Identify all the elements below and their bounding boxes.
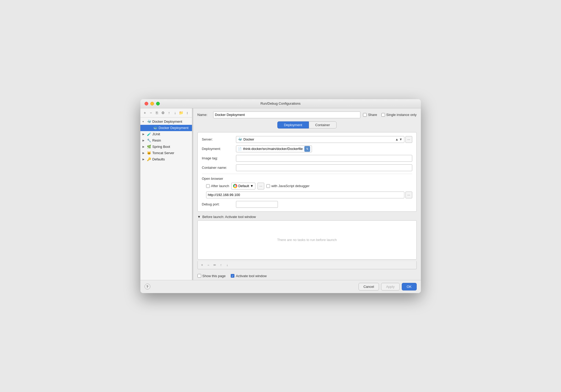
container-name-input[interactable] [236,164,412,171]
footer-left: ? [145,284,150,289]
bottom-checks: Show this page ✓ Activate tool window [197,272,417,280]
task-down-button[interactable]: ↓ [224,262,230,268]
image-tag-input[interactable] [236,155,412,162]
server-row: Server: 🐳 Docker ▲ ▼ ··· [202,136,412,143]
single-instance-label: Single instance only [386,113,417,117]
file-icon: 📄 [238,147,242,151]
name-input[interactable] [213,111,361,118]
sidebar-item-label: Spring Boot [152,145,170,149]
cancel-button[interactable]: Cancel [359,283,379,290]
empty-tasks-label: There are no tasks to run before launch [277,238,337,242]
image-tag-label: Image tag: [202,156,236,160]
sort-button[interactable]: ↕ [185,110,190,116]
image-tag-row: Image tag: [202,155,412,162]
url-row: ··· [202,192,412,198]
browser-select[interactable]: Default ▼ [231,183,255,189]
defaults-icon: 🔑 [147,157,151,162]
move-down-button[interactable]: ↓ [173,110,178,116]
container-name-label: Container name: [202,166,236,170]
edit-task-button[interactable]: ✏ [212,262,218,268]
container-name-row: Container name: [202,164,412,171]
image-tag-control [236,155,412,162]
remove-config-button[interactable]: − [148,110,153,116]
sidebar-item-resin[interactable]: ▶ 🔧 Resin [140,137,192,144]
sidebar-item-label: Tomcat Server [152,151,174,155]
main-content: + − ⎘ ⚙ ↑ ↓ 📁 ↕ ▾ 🐳 Docker Deployment [140,108,421,280]
server-arrow[interactable]: ▲ ▼ [395,137,403,141]
main-window: Run/Debug Configurations + − ⎘ ⚙ ↑ ↓ 📁 ↕… [140,99,421,293]
js-debugger-checkbox[interactable] [266,184,270,188]
before-launch-toolbar: + − ✏ ↑ ↓ [197,261,417,269]
sidebar-item-defaults[interactable]: ▶ 🔑 Defaults [140,156,192,163]
resin-icon: 🔧 [147,138,151,143]
traffic-lights [145,102,160,105]
add-task-button[interactable]: + [199,262,205,268]
footer: ? Cancel Apply OK [140,280,421,293]
settings-config-button[interactable]: ⚙ [161,110,166,116]
activate-window-checkbox-label[interactable]: ✓ Activate tool window [231,274,267,278]
junit-icon: 🧪 [147,132,151,137]
sidebar-item-label: JUnit [152,132,160,136]
help-button[interactable]: ? [145,284,150,289]
share-area: Share Single instance only [363,113,416,117]
share-checkbox-label[interactable]: Share [363,113,377,117]
chrome-icon [233,184,237,188]
sidebar-item-docker-deployment-parent[interactable]: ▾ 🐳 Docker Deployment [140,119,192,125]
show-page-checkbox[interactable] [197,274,201,278]
right-panel: Name: Share Single instance only Deploym… [193,108,421,280]
browser-more-button[interactable]: ··· [257,183,264,189]
after-launch-checkbox-label[interactable]: After launch [206,184,229,188]
single-instance-checkbox[interactable] [381,113,385,117]
minimize-button[interactable] [150,102,154,105]
activate-window-checkbox-checked: ✓ [231,274,234,278]
chevron-up-down-icon: ⇅ [306,147,308,150]
close-button[interactable] [145,102,148,105]
ok-button[interactable]: OK [402,283,417,290]
sidebar-item-label: Resin [152,138,161,142]
sidebar-toolbar: + − ⎘ ⚙ ↑ ↓ 📁 ↕ [140,108,192,117]
chevron-up-icon: ▲ [395,137,399,141]
url-more-button[interactable]: ··· [405,192,412,198]
single-instance-checkbox-label[interactable]: Single instance only [381,113,417,117]
tab-deployment[interactable]: Deployment [277,121,309,128]
expand-icon: ▶ [142,158,147,161]
sidebar-item-spring-boot[interactable]: ▶ 🌿 Spring Boot [140,144,192,150]
expand-icon: ▾ [142,120,147,123]
task-up-button[interactable]: ↑ [218,262,224,268]
open-browser-row: After launch Default ▼ ··· with JavaScri… [202,183,412,189]
spring-boot-icon: 🌿 [147,144,151,149]
expand-icon: ▶ [142,139,147,142]
sidebar-item-label: Docker Deployment [159,126,189,130]
js-debugger-checkbox-label[interactable]: with JavaScript debugger [266,184,310,188]
url-input[interactable] [206,192,404,198]
tab-container[interactable]: Container [309,121,337,128]
apply-button[interactable]: Apply [381,283,400,290]
server-more-button[interactable]: ··· [405,136,412,143]
sidebar-item-docker-deployment-child[interactable]: 🐳 Docker Deployment [140,125,192,131]
deployment-arrow-btn[interactable]: ⇅ [304,146,310,152]
sidebar: + − ⎘ ⚙ ↑ ↓ 📁 ↕ ▾ 🐳 Docker Deployment [140,108,192,280]
docker-parent-icon: 🐳 [147,119,151,124]
activate-window-label: Activate tool window [236,274,267,278]
expand-icon: ▶ [142,152,147,154]
debug-port-input[interactable] [236,201,278,208]
sidebar-item-tomcat-server[interactable]: ▶ 🐱 Tomcat Server [140,150,192,156]
container-name-control [236,164,412,171]
before-launch-header[interactable]: ▼ Before launch: Activate tool window [197,215,417,219]
copy-config-button[interactable]: ⎘ [155,110,160,116]
remove-task-button[interactable]: − [206,262,211,268]
show-page-checkbox-label[interactable]: Show this page [197,274,226,278]
after-launch-checkbox[interactable] [206,184,210,188]
share-checkbox[interactable] [363,113,367,117]
add-config-button[interactable]: + [142,110,147,116]
maximize-button[interactable] [156,102,160,105]
footer-buttons: Cancel Apply OK [359,283,417,290]
deployment-select[interactable]: 📄 think-docker/src/main/docker/Dockerfil… [236,145,312,152]
expand-icon: ▶ [142,145,147,148]
server-select[interactable]: 🐳 Docker ▲ ▼ [236,136,404,143]
sidebar-item-junit[interactable]: ▶ 🧪 JUnit [140,131,192,137]
tomcat-icon: 🐱 [147,151,151,155]
deployment-control: 📄 think-docker/src/main/docker/Dockerfil… [236,145,412,152]
move-up-button[interactable]: ↑ [167,110,172,116]
folder-button[interactable]: 📁 [179,110,184,116]
